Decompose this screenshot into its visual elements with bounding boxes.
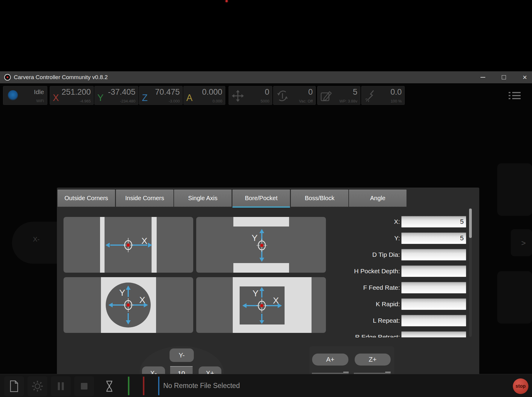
field-input-pocket-depth[interactable] (401, 265, 466, 277)
tab-single-axis[interactable]: Single Axis (174, 190, 232, 207)
axis-letter-a: A (186, 93, 193, 102)
jog-z-plus-button[interactable]: Z+ (355, 354, 391, 366)
tab-boss-block[interactable]: Boss/Block (291, 190, 348, 207)
spindle-value: 0 (308, 88, 313, 96)
form-scrollbar-thumb[interactable] (469, 209, 472, 238)
jog-y-minus-button[interactable]: Y- (170, 348, 194, 362)
file-button[interactable] (4, 376, 24, 396)
remote-file-status: No Remote File Selected (163, 374, 240, 397)
laser-value: 0.0 (390, 88, 402, 96)
axis-subvalue-x: -4.965 (80, 99, 91, 103)
field-label-edge-retract: R Edge Retract: (355, 331, 400, 337)
axis-block-z: Z 70.475 -3.000 (139, 86, 183, 105)
field-input-y[interactable] (401, 233, 466, 244)
axis-subvalue-a: 0.000 (212, 99, 222, 103)
maximize-icon (502, 75, 506, 79)
probe-dialog: Outside Corners Inside Corners Single Ax… (57, 188, 479, 397)
connection-led-icon (8, 90, 18, 100)
diagram-pocket: Y X (196, 277, 326, 333)
pause-icon (54, 380, 67, 393)
tab-outside-corners[interactable]: Outside Corners (58, 190, 115, 207)
close-window-button[interactable]: ✕ (518, 71, 532, 83)
diagram-bore: Y X (64, 277, 193, 333)
axis-subvalue-z: -3.000 (169, 99, 180, 103)
diagram-slot-x: X (64, 217, 193, 273)
axis-value-z: 70.475 (155, 88, 180, 96)
tool-subvalue: WP: 3.88v (339, 99, 357, 103)
spindle-subvalue: Vac: Off (299, 99, 313, 103)
field-input-x[interactable] (401, 216, 466, 227)
axis-block-y: Y -37.405 -234.480 (94, 86, 138, 105)
field-input-tip-dia[interactable] (401, 249, 466, 260)
busy-indicator (99, 376, 119, 396)
file-icon (7, 380, 21, 393)
field-input-repeat[interactable] (401, 315, 466, 326)
diagram-bore-y-label: Y (119, 288, 125, 298)
field-label-repeat: L Repeat: (373, 315, 400, 326)
window-title: Carvera Controller Community v0.8.2 (14, 71, 108, 83)
diagram-bore-x-label: X (139, 295, 145, 305)
machine-state: Idle (34, 89, 44, 95)
laser-icon (364, 89, 377, 102)
axis-value-x: 251.200 (61, 88, 91, 96)
field-label-y: Y: (394, 233, 400, 244)
diagram-slot-y: Y (196, 217, 326, 273)
dimmed-jog-x-minus: X- (33, 236, 40, 243)
app-window: Carvera Controller Community v0.8.2 ✕ Id… (0, 71, 532, 397)
axis-letter-x: X (53, 93, 59, 102)
stop-job-button[interactable] (74, 376, 94, 396)
axis-block-a: A 0.000 0.000 (183, 86, 225, 105)
minimize-button[interactable] (476, 71, 490, 83)
tool-value: 5 (353, 88, 357, 96)
field-input-feed-rate[interactable] (401, 282, 466, 293)
spindle-rotate-icon (276, 89, 289, 102)
pause-button[interactable] (51, 376, 71, 396)
field-input-rapid[interactable] (401, 298, 466, 310)
tool-block: 5 WP: 3.88v (317, 86, 360, 105)
power-led-icon (226, 0, 228, 2)
tab-angle[interactable]: Angle (349, 190, 406, 207)
hourglass-icon (103, 380, 116, 393)
probe-parameters-form: X: Y: D Tip Dia: H Pocket Depth: F Feed … (341, 208, 479, 337)
tab-inside-corners[interactable]: Inside Corners (116, 190, 173, 207)
meter-bar-red (143, 377, 144, 395)
settings-button[interactable] (28, 376, 47, 396)
tab-bore-pocket[interactable]: Bore/Pocket (232, 190, 290, 207)
axis-subvalue-y: -234.480 (120, 99, 135, 103)
main-menu-button[interactable] (505, 87, 525, 104)
field-label-rapid: K Rapid: (376, 298, 400, 310)
spindle-block: 0 Vac: Off (273, 86, 316, 105)
axis-block-x: X 251.200 -4.965 (50, 86, 94, 105)
field-label-tip-dia: D Tip Dia: (372, 249, 400, 260)
emergency-stop-button[interactable]: stop (513, 378, 528, 394)
field-input-edge-retract[interactable] (401, 331, 466, 337)
app-logo-icon (4, 74, 11, 81)
axis-letter-z: Z (142, 93, 148, 102)
bottom-toolbar: No Remote File Selected stop (0, 374, 532, 397)
active-tab-underline (232, 206, 290, 208)
a-step-tick (343, 372, 349, 372)
axis-value-a: 0.000 (202, 88, 222, 96)
connection-status-block: Idle WiFi (3, 86, 47, 105)
screen: Carvera Controller Community v0.8.2 ✕ Id… (0, 0, 532, 397)
laser-subvalue: 100 % (391, 99, 402, 103)
laser-block: 0.0 100 % (361, 86, 405, 105)
maximize-button[interactable] (497, 71, 511, 83)
z-step-tick (385, 372, 391, 372)
diagram-slot-y-label: Y (252, 233, 258, 243)
titlebar: Carvera Controller Community v0.8.2 ✕ (0, 71, 532, 83)
stop-square-icon (78, 380, 91, 393)
feed-subvalue: 5000 (261, 99, 269, 103)
jog-a-plus-button[interactable]: A+ (312, 354, 348, 366)
diagram-pocket-y-label: Y (253, 288, 259, 298)
field-label-feed-rate: F Feed Rate: (363, 282, 400, 293)
minimize-icon (480, 77, 485, 78)
axis-value-y: -37.405 (108, 88, 135, 96)
field-label-x: X: (394, 216, 400, 227)
jog-move-icon (231, 89, 244, 102)
feed-value: 0 (265, 88, 269, 96)
dimmed-panel-bottom-right (497, 271, 532, 324)
dimmed-panel-top-right (497, 163, 532, 216)
connection-type: WiFi (36, 99, 44, 103)
meter-bar-blue (158, 377, 159, 395)
